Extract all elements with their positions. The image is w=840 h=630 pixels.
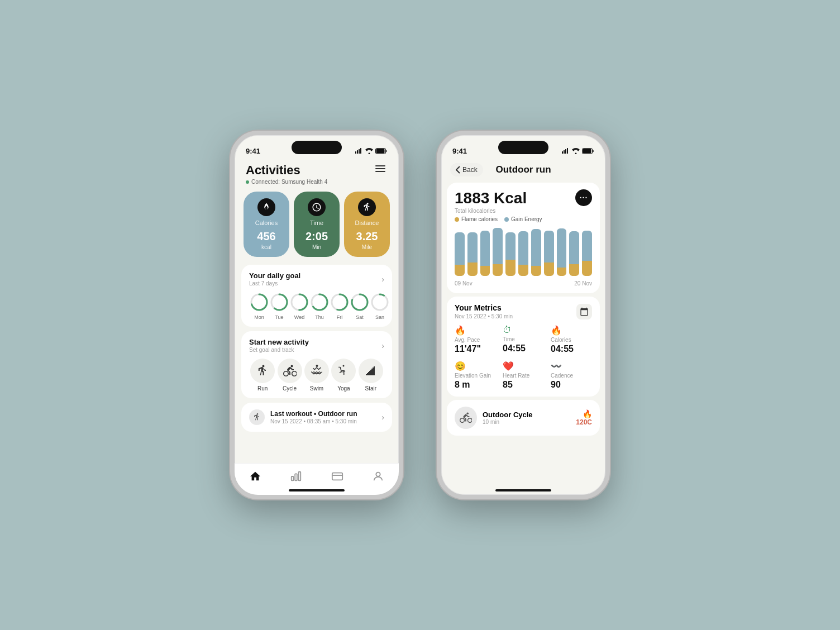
bar-bottom [531, 266, 541, 276]
nav-home[interactable] [242, 468, 268, 485]
last-workout-title: Last workout • Outdoor run [270, 410, 357, 418]
bar-top [557, 228, 567, 268]
legend-flame: Flame calories [455, 216, 498, 222]
daily-goal-chevron[interactable]: › [381, 275, 384, 284]
back-button[interactable]: Back [450, 163, 483, 176]
chart-bar [544, 228, 554, 276]
cadence-label: Cadence [551, 373, 592, 379]
metrics-date: Nov 15 2022 • 5:30 min [455, 313, 513, 319]
nav-profile[interactable] [365, 468, 391, 485]
chart-bar [505, 228, 516, 276]
metric-avg-pace: 🔥 Avg. Pace 11'47" [455, 325, 496, 354]
activity-swim[interactable]: Swim [304, 359, 329, 392]
title-area: Activities Connected: Sumsung Health 4 [246, 163, 327, 185]
bar-bottom [582, 261, 592, 276]
new-activity-header: Start new activity Set goal and track › [249, 338, 384, 353]
chart-date-start: 09 Nov [455, 280, 472, 287]
svg-rect-30 [567, 148, 568, 154]
status-icons-2 [562, 148, 594, 154]
day-label-san: San [375, 314, 384, 320]
cycle-circle-2 [455, 407, 477, 429]
activity-cycle[interactable]: Cycle [278, 359, 302, 392]
bar-chart [455, 228, 592, 278]
chart-bar [582, 228, 592, 276]
ring-thu: Thu [309, 292, 330, 320]
ring-sat: Sat [350, 292, 370, 320]
daily-goal-header: Your daily goal Last 7 days › [249, 271, 384, 287]
chart-bar [467, 228, 478, 276]
time-card[interactable]: Time 2:05 Min [294, 192, 340, 257]
bar-top [518, 231, 528, 265]
workout-info: Last workout • Outdoor run Nov 15 2022 •… [270, 410, 357, 424]
metrics-section: Your Metrics Nov 15 2022 • 5:30 min 🔥 Av… [447, 297, 600, 397]
chart-dates: 09 Nov 20 Nov [455, 280, 592, 287]
day-label-thu: Thu [315, 314, 324, 320]
status-time-2: 9:41 [452, 147, 467, 155]
bar-top [467, 232, 478, 262]
yoga-circle [331, 359, 356, 383]
svg-rect-2 [359, 149, 360, 154]
new-activity-chevron[interactable]: › [381, 341, 384, 350]
svg-rect-29 [565, 149, 566, 154]
last-workout-card[interactable]: Last workout • Outdoor run Nov 15 2022 •… [241, 403, 392, 432]
metric-calories: 🔥 Calories 04:55 [551, 325, 592, 354]
cadence-value: 90 [551, 380, 592, 390]
swim-circle [304, 359, 329, 383]
day-label-wed: Wed [294, 314, 304, 320]
page-title-1: Activities [246, 163, 327, 178]
day-label-tue: Tue [275, 314, 283, 320]
activity-yoga[interactable]: Yoga [331, 359, 356, 392]
status-icons-1 [355, 148, 388, 154]
svg-rect-27 [562, 151, 563, 154]
yoga-icon [337, 364, 350, 378]
elevation-label: Elevation Gain [455, 373, 496, 379]
svg-point-20 [343, 365, 345, 367]
chart-legend: Flame calories Gain Energy [455, 216, 592, 222]
bar-bottom [493, 264, 503, 276]
activity-run[interactable]: Run [250, 359, 275, 392]
nav-chart[interactable] [283, 468, 309, 485]
cal-flame-icon: 🔥 [583, 409, 592, 418]
calendar-icon[interactable] [576, 304, 592, 319]
metrics-grid: 🔥 Avg. Pace 11'47" ⏱ Time 04:55 🔥 Calori… [455, 325, 592, 390]
svg-rect-5 [376, 149, 385, 153]
metric-elevation: 😊 Elevation Gain 8 m [455, 361, 496, 390]
svg-rect-3 [360, 148, 361, 154]
person-icon [372, 470, 384, 483]
stair-circle [359, 359, 383, 383]
connected-dot [246, 180, 249, 184]
workout-chevron[interactable]: › [381, 413, 384, 422]
bar-bottom [557, 268, 567, 276]
workout-icon [249, 409, 265, 425]
activity-stair[interactable]: Stair [359, 359, 383, 392]
p2-nav-header: Back Outdoor run [441, 160, 605, 181]
distance-card[interactable]: Distance 3.25 Mile [344, 192, 390, 257]
time-icon [308, 198, 326, 216]
outdoor-cycle-card[interactable]: Outdoor Cycle 10 min 🔥 120C [447, 400, 600, 436]
outdoor-cycle-sub: 10 min [483, 419, 570, 425]
bar-top [582, 231, 592, 261]
activities-row: Run Cycle Swim [249, 359, 384, 392]
last-workout-sub: Nov 15 2022 • 08:35 am • 5:30 min [270, 418, 357, 424]
svg-rect-23 [299, 472, 301, 481]
calories-unit: kcal [261, 244, 271, 250]
bar-bottom [544, 262, 554, 276]
menu-button[interactable] [373, 163, 388, 174]
distance-label: Distance [355, 219, 379, 226]
metrics-title: Your Metrics [455, 303, 513, 312]
heart-rate-label: Heart Rate [503, 373, 544, 379]
ring-fri: Fri [330, 292, 350, 320]
last-workout-header: Last workout • Outdoor run Nov 15 2022 •… [249, 409, 384, 425]
nav-card[interactable] [324, 468, 350, 485]
bar-top [569, 231, 579, 264]
battery-icon [375, 148, 388, 154]
cycle-circle [278, 359, 302, 383]
screen-content-1: Activities Connected: Sumsung Health 4 C… [235, 160, 399, 463]
metrics-header: Your Metrics Nov 15 2022 • 5:30 min [455, 303, 592, 319]
more-button[interactable]: ··· [575, 189, 592, 206]
calories-card[interactable]: Calories 456 kcal [244, 192, 289, 257]
status-time-1: 9:41 [246, 147, 260, 155]
screen-content-2: Back Outdoor run 1883 Kcal Total kilocal… [441, 160, 605, 495]
day-label-fri: Fri [337, 314, 343, 320]
bar-top [531, 229, 541, 266]
